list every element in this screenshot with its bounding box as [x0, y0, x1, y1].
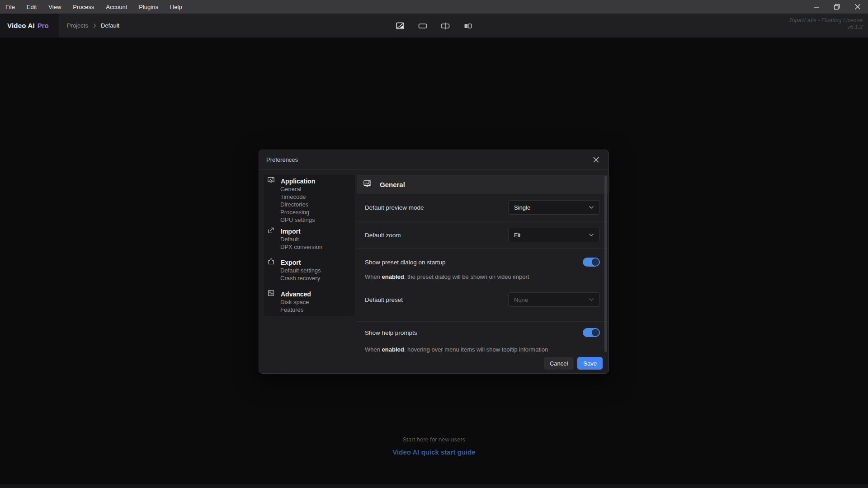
default-zoom-row: Default zoom Fit [357, 221, 609, 249]
sidebar-item-import[interactable]: Import [267, 227, 350, 235]
sidebar-section-export: Export Default settings Crash recovery [267, 258, 350, 282]
sidebar-label-application: Application [281, 178, 315, 185]
sidebar-item-gpu-settings[interactable]: GPU settings [280, 216, 350, 224]
dialog-body: Application General Timecode Directories… [259, 170, 609, 374]
minimize-icon[interactable] [806, 0, 826, 14]
menu-plugins[interactable]: Plugins [139, 4, 158, 10]
preferences-content: General Default preview mode Single Defa… [357, 175, 609, 353]
dialog-title: Preferences [266, 156, 298, 163]
preferences-sidebar: Application General Timecode Directories… [264, 175, 355, 316]
sidebar-section-advanced: Advanced Disk space Features [267, 290, 350, 314]
default-zoom-label: Default zoom [365, 232, 401, 239]
quick-start-guide-link[interactable]: Video AI quick start guide [0, 448, 868, 456]
advanced-icon [267, 289, 275, 299]
single-view-icon[interactable] [417, 20, 429, 32]
import-icon [267, 226, 275, 236]
sidebar-item-export[interactable]: Export [267, 258, 350, 267]
show-help-prompts-description: When enabled, hovering over menu items w… [365, 346, 600, 353]
menu-view[interactable]: View [48, 4, 61, 10]
show-help-prompts-row: Show help prompts [365, 327, 600, 338]
preset-dialog-group: Show preset dialog on startup When enabl… [357, 249, 609, 322]
show-help-prompts-toggle[interactable] [583, 328, 600, 337]
sidebar-label-export: Export [281, 259, 301, 266]
show-preset-dialog-description: When enabled, the preset dialog will be … [365, 273, 600, 281]
sidebar-label-advanced: Advanced [281, 291, 311, 298]
import-subitems: Default DPX conversion [280, 235, 350, 251]
sidebar-item-import-default[interactable]: Default [280, 235, 350, 243]
chevron-down-icon [589, 298, 594, 301]
toggle-knob [592, 258, 599, 266]
general-section-header: General [357, 175, 609, 194]
sidebar-item-advanced[interactable]: Advanced [267, 290, 350, 298]
app-window: File Edit View Process Account Plugins H… [0, 0, 868, 488]
sidebar-label-import: Import [281, 228, 301, 235]
sidebar-item-timecode[interactable]: Timecode [280, 193, 350, 201]
dialog-header: Preferences [259, 150, 609, 170]
application-icon [267, 176, 275, 186]
license-line1: TopazLabs - Floating License [789, 17, 863, 24]
default-preview-mode-select[interactable]: Single [508, 200, 600, 215]
default-preview-mode-value: Single [514, 204, 530, 211]
menu-edit[interactable]: Edit [27, 4, 37, 10]
license-line2: v6.1.2 [789, 24, 863, 31]
new-user-hint: Start here for new users [0, 436, 868, 443]
default-zoom-select[interactable]: Fit [508, 228, 600, 242]
toggle-knob [592, 329, 599, 336]
application-subitems: General Timecode Directories Processing … [280, 185, 350, 224]
menu-process[interactable]: Process [73, 4, 94, 10]
sidebar-item-directories[interactable]: Directories [280, 201, 350, 208]
window-controls [806, 0, 868, 14]
save-button[interactable]: Save [577, 357, 603, 370]
help-prompts-group: Show help prompts When enabled, hovering… [357, 322, 609, 353]
default-preset-value: None [514, 296, 528, 303]
sidebar-section-import: Import Default DPX conversion [267, 227, 350, 251]
sidebar-item-processing[interactable]: Processing [280, 208, 350, 216]
menu-bar: File Edit View Process Account Plugins H… [0, 0, 868, 14]
general-section-title: General [380, 181, 405, 188]
split-view-icon[interactable] [439, 20, 451, 32]
default-preset-label: Default preset [365, 296, 403, 303]
side-by-side-view-icon[interactable] [462, 20, 474, 32]
default-preset-select: None [508, 292, 600, 307]
sidebar-item-default-settings[interactable]: Default settings [280, 267, 350, 274]
default-preview-mode-row: Default preview mode Single [357, 194, 609, 221]
default-preset-row: Default preset None [365, 292, 600, 307]
show-preset-dialog-row: Show preset dialog on startup [365, 257, 600, 267]
cancel-button[interactable]: Cancel [544, 357, 574, 370]
menu-file[interactable]: File [5, 4, 15, 10]
sidebar-item-crash-recovery[interactable]: Crash recovery [280, 274, 350, 282]
advanced-subitems: Disk space Features [280, 298, 350, 314]
menu-account[interactable]: Account [106, 4, 127, 10]
sidebar-section-application: Application General Timecode Directories… [267, 177, 350, 224]
menu-help[interactable]: Help [170, 4, 182, 10]
close-icon[interactable] [847, 0, 868, 14]
preferences-dialog: Preferences [259, 150, 609, 374]
restore-icon[interactable] [826, 0, 847, 14]
license-info: TopazLabs - Floating License v6.1.2 [789, 17, 863, 31]
show-preset-dialog-toggle[interactable] [583, 258, 600, 267]
default-preview-mode-label: Default preview mode [365, 204, 424, 211]
default-zoom-value: Fit [514, 232, 520, 239]
sidebar-item-features[interactable]: Features [280, 306, 350, 314]
show-preset-dialog-label: Show preset dialog on startup [365, 259, 446, 266]
sidebar-item-application[interactable]: Application [267, 177, 350, 185]
show-help-prompts-label: Show help prompts [365, 329, 417, 336]
general-section-icon [363, 179, 372, 190]
sidebar-item-disk-space[interactable]: Disk space [280, 298, 350, 306]
chevron-down-icon [589, 233, 594, 237]
sidebar-item-dpx-conversion[interactable]: DPX conversion [280, 243, 350, 251]
dialog-scrollbar[interactable] [604, 176, 607, 352]
dialog-close-icon[interactable] [590, 155, 601, 165]
bottom-bar [0, 484, 868, 488]
sidebar-item-general[interactable]: General [280, 185, 350, 193]
export-icon [267, 258, 275, 267]
export-subitems: Default settings Crash recovery [280, 267, 350, 282]
dialog-footer: Cancel Save [544, 357, 603, 370]
preview-mode-toolbar [0, 14, 868, 38]
menu-items: File Edit View Process Account Plugins H… [0, 4, 182, 10]
chevron-down-icon [589, 206, 594, 209]
diagonal-compare-icon[interactable] [394, 20, 406, 32]
header-bar: Video AI Pro Projects Default [0, 14, 868, 38]
